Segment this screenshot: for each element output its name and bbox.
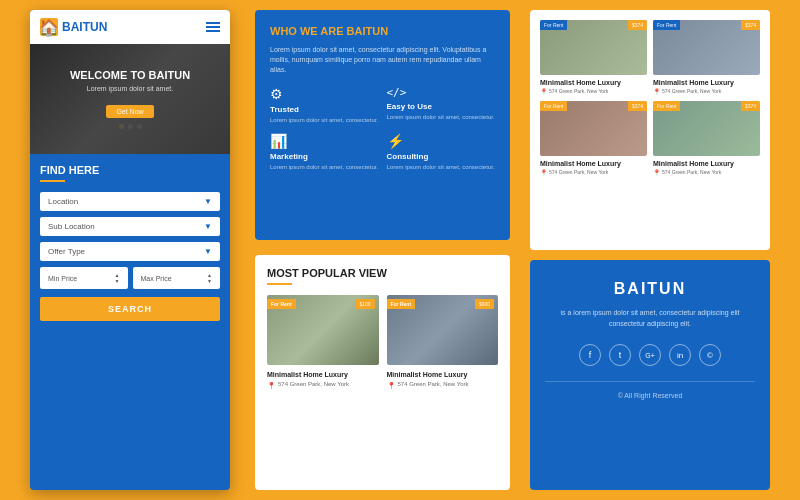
properties-panel: For Rent $374 Minimalist Home Luxury 📍 5… [530,10,770,250]
card-2-name: Minimalist Home Luxury [387,371,499,378]
consulting-name: Consulting [387,152,496,161]
prop-3-address: 📍 574 Green Park, New York [540,169,647,176]
trusted-name: Trusted [270,105,379,114]
feature-marketing: 📊 Marketing Lorem ipsum dolor sit amet, … [270,133,379,172]
footer-divider [545,381,755,382]
footer-desc: is a lorem ipsum dolor sit amet, consect… [545,308,755,329]
hero-button[interactable]: Get Now [106,105,153,118]
min-price-input[interactable]: Min Price ▲▼ [40,267,128,289]
feature-consulting: ⚡ Consulting Lorem ipsum dolor sit amet,… [387,133,496,172]
card-1-badge: For Rent [267,299,296,309]
max-price-arrows: ▲▼ [207,272,212,284]
card-2-address: 📍 574 Green Park, New York [387,381,499,390]
card-1-address: 📍 574 Green Park, New York [267,381,379,390]
max-price-input[interactable]: Max Price ▲▼ [133,267,221,289]
card-1-name: Minimalist Home Luxury [267,371,379,378]
prop-4-pin-icon: 📍 [653,169,660,176]
min-price-arrows: ▲▼ [115,272,120,284]
marketing-desc: Lorem ipsum dolor sit amet, consectetur. [270,164,379,172]
popular-underline [267,283,292,285]
feature-easy-to-use: </> Easy to Use Lorem ipsum dolor sit am… [387,86,496,125]
prop-1-pin-icon: 📍 [540,88,547,95]
facebook-icon[interactable]: f [579,344,601,366]
prop-card-1: For Rent $374 Minimalist Home Luxury 📍 5… [540,20,647,95]
card-2-addr-text: 574 Green Park, New York [398,381,469,389]
prop-3-pin-icon: 📍 [540,169,547,176]
prop-2-image: For Rent $374 [653,20,760,75]
prop-1-image: For Rent $374 [540,20,647,75]
linkedin-icon[interactable]: in [669,344,691,366]
card-1-image: For Rent $100 [267,295,379,365]
who-we-are-title: WHO WE ARE BAITUN [270,25,495,37]
feature-trusted: ⚙ Trusted Lorem ipsum dolor sit amet, co… [270,86,379,125]
prop-4-address: 📍 574 Green Park, New York [653,169,760,176]
easy-to-use-icon: </> [387,86,496,99]
marketing-name: Marketing [270,152,379,161]
prop-3-name: Minimalist Home Luxury [540,160,647,167]
footer-copyright: © All Right Reserved [618,392,683,399]
prop-1-name: Minimalist Home Luxury [540,79,647,86]
instagram-icon[interactable]: © [699,344,721,366]
main-layout: 🏠 BAITUN WELCOME TO BAITUN Lorem ipsum d… [0,0,800,500]
prop-1-badge: For Rent [540,20,567,30]
find-here-section: FIND HERE Location ▼ Sub Location ▼ Offe… [30,154,230,331]
footer-brand-title: BAITUN [614,280,686,298]
prop-4-price: $374 [741,101,760,111]
prop-1-address: 📍 574 Green Park, New York [540,88,647,95]
google-plus-icon[interactable]: G+ [639,344,661,366]
most-popular-panel: MOST POPULAR VIEW For Rent $100 Minimali… [255,255,510,490]
prop-1-addr-text: 574 Green Park, New York [549,88,608,95]
footer-panel: BAITUN is a lorem ipsum dolor sit amet, … [530,260,770,490]
card-1-price: $100 [355,299,374,309]
prop-4-addr-text: 574 Green Park, New York [662,169,721,176]
card-2-image: For Rent $900 [387,295,499,365]
social-icons-row: f t G+ in © [579,344,721,366]
popular-cards: For Rent $100 Minimalist Home Luxury 📍 5… [267,295,498,390]
location-arrow: ▼ [204,197,212,206]
prop-4-image: For Rent $374 [653,101,760,156]
card-2-badge: For Rent [387,299,416,309]
prop-2-addr-text: 574 Green Park, New York [662,88,721,95]
prop-1-price: $374 [628,20,647,30]
find-underline [40,180,65,182]
sub-location-select[interactable]: Sub Location ▼ [40,217,220,236]
prop-card-3: For Rent $374 Minimalist Home Luxury 📍 5… [540,101,647,176]
card-1-addr-text: 574 Green Park, New York [278,381,349,389]
card-2-price: $900 [475,299,494,309]
twitter-icon[interactable]: t [609,344,631,366]
who-we-are-desc: Lorem ipsum dolor sit amet, consectetur … [270,45,495,74]
prop-card-2: For Rent $374 Minimalist Home Luxury 📍 5… [653,20,760,95]
prop-2-address: 📍 574 Green Park, New York [653,88,760,95]
prop-2-price: $374 [741,20,760,30]
search-button[interactable]: SEARCH [40,297,220,321]
prop-card-4: For Rent $374 Minimalist Home Luxury 📍 5… [653,101,760,176]
prop-3-price: $374 [628,101,647,111]
popular-card-1: For Rent $100 Minimalist Home Luxury 📍 5… [267,295,379,390]
find-title: FIND HERE [40,164,220,176]
prop-3-addr-text: 574 Green Park, New York [549,169,608,176]
who-we-are-panel: WHO WE ARE BAITUN Lorem ipsum dolor sit … [255,10,510,240]
price-row: Min Price ▲▼ Max Price ▲▼ [40,267,220,289]
mobile-app-panel: 🏠 BAITUN WELCOME TO BAITUN Lorem ipsum d… [30,10,230,490]
prop-4-name: Minimalist Home Luxury [653,160,760,167]
prop-3-image: For Rent $374 [540,101,647,156]
hero-section: WELCOME TO BAITUN Lorem ipsum dolor sit … [30,44,230,154]
easy-to-use-name: Easy to Use [387,102,496,111]
properties-grid: For Rent $374 Minimalist Home Luxury 📍 5… [540,20,760,176]
hamburger-menu[interactable] [206,22,220,32]
easy-to-use-desc: Lorem ipsum dolor sit amet, consectetur. [387,114,496,122]
popular-card-2: For Rent $900 Minimalist Home Luxury 📍 5… [387,295,499,390]
card-1-pin-icon: 📍 [267,382,276,390]
consulting-desc: Lorem ipsum dolor sit amet, consectetur. [387,164,496,172]
location-select[interactable]: Location ▼ [40,192,220,211]
features-grid: ⚙ Trusted Lorem ipsum dolor sit amet, co… [270,86,495,172]
marketing-icon: 📊 [270,133,379,149]
popular-title: MOST POPULAR VIEW [267,267,498,279]
app-header: 🏠 BAITUN [30,10,230,44]
offer-type-select[interactable]: Offer Type ▼ [40,242,220,261]
trusted-desc: Lorem ipsum dolor sit amet, consectetur. [270,117,379,125]
hero-title: WELCOME TO BAITUN [70,69,190,81]
trusted-icon: ⚙ [270,86,379,102]
prop-2-pin-icon: 📍 [653,88,660,95]
logo-area: 🏠 BAITUN [40,18,107,36]
